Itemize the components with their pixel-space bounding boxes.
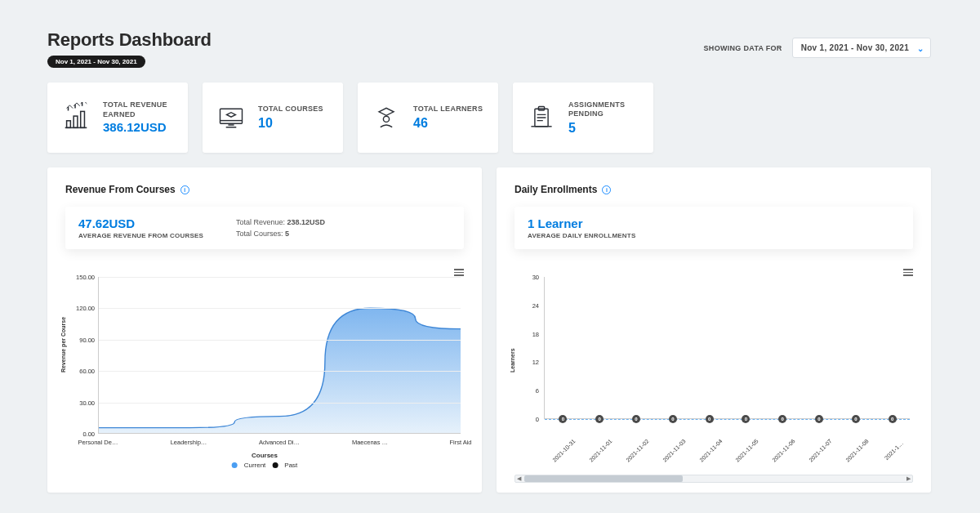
y-tick: 24 [521, 301, 539, 309]
revenue-x-axis-label: Courses [252, 452, 278, 459]
avg-enroll-value: 1 Learner [528, 216, 635, 230]
enroll-point: 0 [706, 415, 714, 423]
enroll-plot-area: 0000000000 [544, 277, 910, 419]
stat-value: 46 [413, 116, 483, 131]
info-icon[interactable]: i [180, 185, 189, 194]
stat-card-assignments: ASSIGNMENTS PENDING 5 [513, 83, 653, 153]
x-tick: 2021-10-31 [552, 438, 577, 462]
enroll-point: 0 [852, 415, 860, 423]
total-revenue-label: Total Revenue: [236, 218, 285, 226]
y-tick: 150.00 [72, 274, 95, 281]
panel-title-text: Daily Enrollments [514, 184, 597, 195]
revenue-plot-area [98, 277, 461, 434]
enroll-point: 0 [669, 415, 677, 423]
x-tick: 2021-11-04 [698, 438, 723, 462]
x-tick: Advanced Di… [259, 439, 300, 446]
enroll-point: 0 [632, 415, 640, 423]
panel-title-text: Revenue From Courses [65, 184, 176, 195]
bars-growth-icon [60, 102, 91, 133]
y-tick: 90.00 [72, 336, 95, 343]
total-revenue-value: 238.12USD [287, 218, 326, 226]
x-tick: 2021-11-03 [662, 438, 686, 462]
svg-rect-1 [74, 116, 78, 127]
date-pill: Nov 1, 2021 - Nov 30, 2021 [47, 56, 145, 68]
legend-past: Past [284, 462, 297, 469]
legend-dot-past [272, 462, 278, 468]
chevron-down-icon: ⌄ [917, 43, 924, 52]
stat-card-courses: TOTAL COURSES 10 [203, 83, 343, 153]
svg-rect-2 [81, 111, 85, 127]
revenue-summary: 47.62USD AVERAGE REVENUE FROM COURSES To… [65, 207, 464, 249]
x-tick: 2021-11-02 [625, 438, 649, 462]
info-icon[interactable]: i [602, 185, 611, 194]
y-tick: 12 [521, 359, 539, 366]
y-tick: 30 [521, 274, 539, 281]
x-tick: 2021-11-01 [589, 438, 613, 462]
chart-menu-icon[interactable] [454, 267, 464, 278]
x-tick: 2021-11-07 [808, 438, 832, 462]
x-tick: 2021-1… [883, 440, 903, 461]
revenue-panel-title: Revenue From Courses i [65, 184, 464, 195]
total-courses-label: Total Courses: [236, 230, 283, 238]
enroll-point: 0 [815, 415, 823, 423]
date-range-select[interactable]: Nov 1, 2021 - Nov 30, 2021 ⌄ [792, 38, 931, 58]
x-tick: Personal De… [78, 439, 118, 446]
y-tick: 6 [521, 387, 539, 395]
y-tick: 30.00 [72, 399, 95, 406]
total-courses-value: 5 [285, 230, 289, 238]
enrollments-panel: Daily Enrollments i 1 Learner AVERAGE DA… [497, 167, 931, 493]
x-tick: Maecenas … [352, 439, 388, 446]
svg-rect-3 [220, 109, 243, 123]
revenue-legend: Current Past [232, 462, 298, 469]
stat-card-revenue: TOTAL REVENUE EARNED 386.12USD [47, 83, 188, 153]
y-tick: 120.00 [72, 305, 95, 312]
page-title: Reports Dashboard [47, 29, 212, 51]
y-tick: 0 [521, 416, 539, 423]
stat-label: TOTAL COURSES [258, 105, 323, 114]
scroll-thumb[interactable] [524, 475, 683, 482]
showing-label: SHOWING DATA FOR [704, 44, 782, 52]
legend-dot-current [232, 462, 238, 468]
enroll-point: 0 [889, 415, 897, 423]
x-tick: 2021-11-05 [735, 438, 760, 462]
svg-rect-0 [67, 121, 71, 128]
x-tick: 2021-11-06 [772, 438, 796, 462]
stat-cards: TOTAL REVENUE EARNED 386.12USD TOTAL COU… [47, 83, 931, 153]
scroll-left-icon[interactable]: ◀ [515, 475, 523, 482]
title-block: Reports Dashboard Nov 1, 2021 - Nov 30, … [47, 29, 212, 68]
stat-label: TOTAL LEARNERS [413, 105, 483, 114]
revenue-panel: Revenue From Courses i 47.62USD AVERAGE … [47, 167, 482, 493]
y-tick: 0.00 [72, 430, 95, 438]
avg-revenue-value: 47.62USD [78, 216, 203, 230]
enroll-chart: Learners 0612182430 0000000000 2021-10-3… [514, 267, 913, 478]
stat-value: 5 [568, 121, 640, 136]
date-range-value: Nov 1, 2021 - Nov 30, 2021 [801, 43, 909, 52]
enroll-point: 0 [595, 415, 604, 423]
stat-value: 10 [258, 116, 323, 131]
panels: Revenue From Courses i 47.62USD AVERAGE … [47, 167, 931, 493]
doc-clip-icon [526, 102, 557, 133]
enrollments-panel-title: Daily Enrollments i [514, 184, 913, 195]
avg-revenue-label: AVERAGE REVENUE FROM COURSES [78, 232, 203, 239]
student-icon [371, 102, 402, 133]
scroll-right-icon[interactable]: ▶ [905, 475, 912, 482]
revenue-area-svg [99, 277, 461, 433]
enroll-point: 0 [742, 415, 750, 423]
chart-menu-icon[interactable] [903, 267, 913, 278]
svg-point-4 [383, 116, 389, 122]
enroll-y-axis-label: Learners [510, 348, 515, 372]
revenue-y-axis-label: Revenue per Course [60, 317, 66, 372]
stat-value: 386.12USD [103, 121, 168, 135]
enroll-point: 0 [559, 415, 567, 423]
avg-enroll-label: AVERAGE DAILY ENROLLMENTS [528, 232, 635, 239]
stat-label: TOTAL REVENUE EARNED [103, 100, 175, 119]
x-tick: First Aid [449, 439, 471, 446]
enroll-point: 0 [778, 415, 786, 423]
revenue-chart: Revenue per Course 0.0030.0060.0090.0012… [65, 267, 464, 478]
y-tick: 60.00 [72, 368, 95, 375]
header-row: Reports Dashboard Nov 1, 2021 - Nov 30, … [47, 29, 931, 68]
x-tick: 2021-11-08 [844, 438, 869, 462]
x-tick: Leadership… [171, 439, 207, 446]
monitor-grad-icon [216, 102, 247, 133]
enroll-scrollbar[interactable]: ◀ ▶ [514, 475, 913, 483]
